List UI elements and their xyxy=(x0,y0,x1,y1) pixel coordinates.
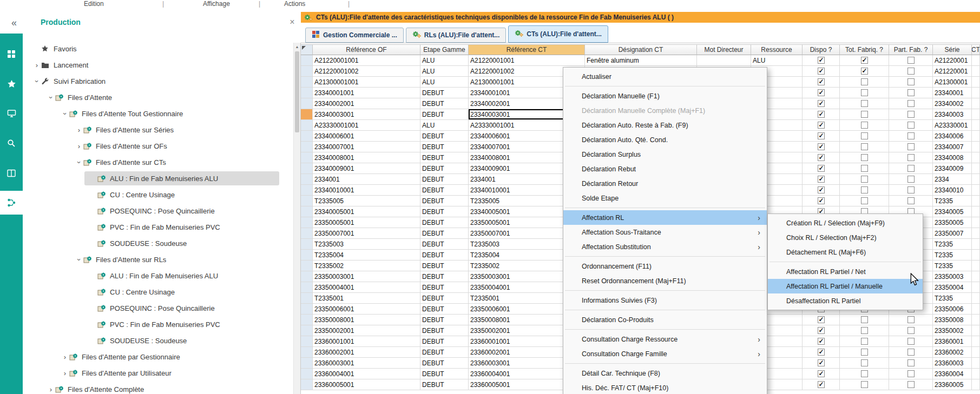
menu-item[interactable]: Reset Ordonnancement (Maj+F11) xyxy=(563,273,767,288)
checkbox-tot[interactable] xyxy=(861,186,868,193)
cell-etape[interactable]: DEBUT xyxy=(420,185,469,196)
cell-part[interactable] xyxy=(889,185,933,196)
cell-of[interactable]: A21220001002 xyxy=(313,66,420,77)
menu-item[interactable]: Affectation RL Partiel / Manuelle xyxy=(768,279,923,293)
column-header[interactable]: Ressource xyxy=(751,44,803,55)
column-header[interactable]: Désignation CT xyxy=(585,44,697,55)
row-selector[interactable] xyxy=(301,369,313,379)
cell-of[interactable]: 23350003001 xyxy=(313,271,420,282)
cell-dispo[interactable] xyxy=(803,88,840,98)
tree-item[interactable]: PVC : Fin de Fab Menuiseries PVC xyxy=(23,219,293,235)
cell-of[interactable]: 23340005001 xyxy=(313,206,420,217)
row-selector[interactable] xyxy=(301,336,313,347)
cell-serie[interactable]: T2335 xyxy=(933,196,972,206)
cell-etape[interactable]: DEBUT xyxy=(420,88,469,98)
cell-part[interactable] xyxy=(889,120,933,131)
cell-etape[interactable]: DEBUT xyxy=(420,228,469,239)
chevron-down-icon[interactable]: › xyxy=(62,109,69,118)
sidebar-close-button[interactable]: × xyxy=(287,17,298,28)
menu-edition[interactable]: Edition xyxy=(84,0,104,8)
cell-etape[interactable]: ALU xyxy=(420,77,469,88)
checkbox-part[interactable] xyxy=(907,122,915,129)
checkbox-part[interactable] xyxy=(907,197,915,204)
cell-part[interactable] xyxy=(889,315,933,325)
cell-dispo[interactable] xyxy=(803,185,840,196)
tree-item[interactable]: CU : Centre Usinage xyxy=(23,284,293,300)
row-selector[interactable] xyxy=(301,174,313,185)
cell-ct2[interactable] xyxy=(972,347,980,358)
cell-of[interactable]: 23340001001 xyxy=(313,88,420,98)
tree-item[interactable]: Favoris xyxy=(23,41,293,57)
chevron-down-icon[interactable]: › xyxy=(48,93,55,102)
cell-serie[interactable]: 23360004 xyxy=(933,369,972,379)
checkbox-part[interactable] xyxy=(907,57,915,64)
cell-etape[interactable]: DEBUT xyxy=(420,358,469,369)
cell-ct2[interactable] xyxy=(972,271,980,282)
cell-ct2[interactable] xyxy=(972,228,980,239)
checkbox-dispo[interactable] xyxy=(818,186,825,193)
rail-item-star-icon[interactable] xyxy=(0,72,23,96)
checkbox-dispo[interactable] xyxy=(818,370,825,377)
rail-item-workflow-icon[interactable] xyxy=(0,191,23,215)
cell-of[interactable]: 23340002001 xyxy=(313,98,420,109)
checkbox-dispo[interactable] xyxy=(818,176,825,183)
cell-etape[interactable]: DEBUT xyxy=(420,315,469,325)
checkbox-part[interactable] xyxy=(907,349,915,356)
cell-serie[interactable]: 23360003 xyxy=(933,358,972,369)
cell-ct2[interactable] xyxy=(972,293,980,304)
cell-tot[interactable] xyxy=(840,358,889,369)
cell-of[interactable]: 23350008001 xyxy=(313,315,420,325)
cell-serie[interactable]: 23360001 xyxy=(933,336,972,347)
cell-ct[interactable]: A21220001001 xyxy=(469,55,585,66)
menu-item[interactable]: His. Déc. FAT/ CT (Maj+F10) xyxy=(563,380,767,394)
cell-tot[interactable] xyxy=(840,77,889,88)
cell-etape[interactable]: DEBUT xyxy=(420,152,469,163)
tab-2[interactable]: RLs (ALU):File d'attent... xyxy=(406,28,507,43)
tree-item[interactable]: POSEQUINC : Pose Quincaillerie xyxy=(23,203,293,219)
cell-of[interactable]: 23360002001 xyxy=(313,347,420,358)
cell-serie[interactable]: A21220001 xyxy=(933,55,972,66)
cell-serie[interactable]: 23350008 xyxy=(933,315,972,325)
cell-etape[interactable]: DEBUT xyxy=(420,271,469,282)
checkbox-part[interactable] xyxy=(907,100,915,107)
cell-dispo[interactable] xyxy=(803,196,840,206)
cell-dispo[interactable] xyxy=(803,163,840,174)
row-selector[interactable] xyxy=(301,228,313,239)
row-selector[interactable] xyxy=(301,77,313,88)
cell-tot[interactable] xyxy=(840,55,889,66)
cell-dispo[interactable] xyxy=(803,315,840,325)
scrollbar-up-icon[interactable]: ▲ xyxy=(294,43,300,50)
menu-item[interactable]: Création RL / Sélection (Maj+F9) xyxy=(768,216,923,230)
checkbox-dispo[interactable] xyxy=(818,359,825,366)
sidebar-collapse-button[interactable]: « xyxy=(8,16,21,29)
cell-part[interactable] xyxy=(889,347,933,358)
chevron-right-icon[interactable]: › xyxy=(61,370,69,377)
cell-mot[interactable] xyxy=(697,55,751,66)
cell-of[interactable]: 23340010001 xyxy=(313,185,420,196)
column-header[interactable]: Part. Fab. ? xyxy=(889,44,933,55)
menu-affichage[interactable]: Affichage xyxy=(203,0,230,8)
cell-of[interactable]: T2335001 xyxy=(313,293,420,304)
row-selector[interactable] xyxy=(301,315,313,325)
cell-of[interactable]: A21220001001 xyxy=(313,55,420,66)
cell-etape[interactable]: DEBUT xyxy=(420,206,469,217)
row-selector[interactable] xyxy=(301,66,313,77)
cell-of[interactable]: 23350006001 xyxy=(313,304,420,315)
cell-serie[interactable]: 23360002 xyxy=(933,347,972,358)
checkbox-dispo[interactable] xyxy=(818,68,825,75)
cell-tot[interactable] xyxy=(840,109,889,120)
row-selector[interactable] xyxy=(301,88,313,98)
checkbox-part[interactable] xyxy=(907,111,915,118)
checkbox-part[interactable] xyxy=(907,68,915,75)
checkbox-tot[interactable] xyxy=(861,176,868,183)
menu-item[interactable]: Consultation Charge Ressource› xyxy=(563,332,767,346)
cell-ct2[interactable] xyxy=(972,304,980,315)
cell-part[interactable] xyxy=(889,142,933,152)
row-selector[interactable] xyxy=(301,142,313,152)
cell-etape[interactable]: ALU xyxy=(420,120,469,131)
cell-of[interactable]: 23360004001 xyxy=(313,369,420,379)
checkbox-tot[interactable] xyxy=(861,381,868,388)
row-selector[interactable] xyxy=(301,358,313,369)
cell-serie[interactable]: 23350005 xyxy=(933,217,972,228)
cell-serie[interactable]: 23340003 xyxy=(933,109,972,120)
